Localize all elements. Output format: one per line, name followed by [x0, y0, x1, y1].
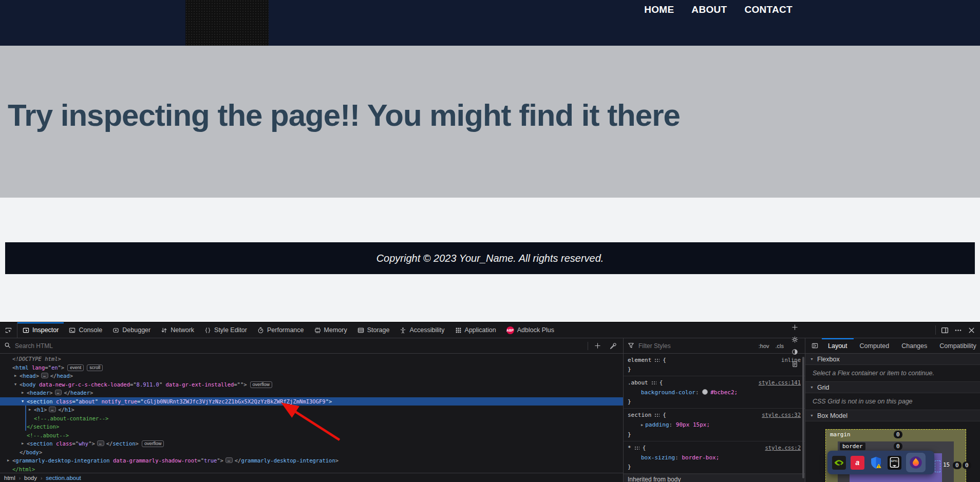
rule-selector[interactable]: .about [628, 378, 648, 388]
twisty-expanded-icon[interactable]: ▼ [20, 397, 26, 406]
devtools-tab-inspector[interactable]: Inspector [17, 322, 64, 338]
twisty-expanded-icon[interactable]: ▼ [12, 380, 18, 389]
sidebar-tab-changes[interactable]: Changes [895, 338, 933, 353]
close-button[interactable] [965, 323, 978, 337]
twisty-collapsed-icon[interactable]: ▶ [27, 406, 33, 414]
layout-section-box-model[interactable]: ▼Box Model [805, 410, 980, 421]
devtools-tab-network[interactable]: Network [156, 322, 199, 338]
markup-row-selected[interactable]: ▼<section class="about" notify_true="cGl… [0, 397, 623, 406]
markup-row[interactable]: ▶<header>…</header> [0, 389, 623, 397]
markup-row[interactable]: ▶<h1>…</h1> [0, 406, 623, 414]
markup-row[interactable]: <!--.about--> [0, 431, 623, 440]
markup-row[interactable]: <html lang="en">eventscroll [0, 363, 623, 372]
border-right-value[interactable]: 0 [953, 461, 962, 469]
margin-top-value[interactable]: 0 [894, 431, 902, 438]
pseudo-class-toggle[interactable]: :hov [757, 342, 771, 350]
color-swatch[interactable] [702, 389, 708, 395]
markup-row[interactable]: ▶<grammarly-desktop-integration data-gra… [0, 456, 623, 465]
devtools-tab-memory[interactable]: Memory [309, 322, 352, 338]
expand-shorthand-icon[interactable]: ▶ [641, 423, 643, 427]
expand-ellipsis-button[interactable]: … [41, 373, 48, 378]
selector-highlighter-icon[interactable] [654, 413, 659, 418]
devtools-tab-console[interactable]: Console [64, 322, 107, 338]
sidebar-tab-computed[interactable]: Computed [854, 338, 896, 353]
margin-right-value[interactable]: 0 [963, 461, 971, 469]
selector-highlighter-icon[interactable] [651, 380, 656, 385]
security-shield-icon[interactable] [869, 456, 883, 470]
twisty-collapsed-icon[interactable]: ▶ [20, 439, 26, 448]
dock-side-button[interactable] [938, 323, 951, 337]
rule-selector[interactable]: * [628, 443, 631, 453]
page-title: Try inspecting the page!! You might find… [8, 99, 972, 131]
layout-section-grid[interactable]: ▼Grid [805, 382, 980, 393]
badge-overflow[interactable]: overflow [142, 440, 164, 447]
rule-selector[interactable]: section [628, 410, 651, 420]
border-top-value[interactable]: 0 [894, 442, 902, 450]
property-value: 90px 15px; [676, 421, 710, 428]
search-html-input[interactable] [14, 342, 585, 350]
markup-token: > [49, 390, 52, 396]
twisty-collapsed-icon[interactable]: ▶ [12, 372, 18, 380]
breadcrumb-item-section-about[interactable]: section.about [46, 475, 81, 481]
stylesheet-location-link[interactable]: style.css:141 [759, 378, 801, 388]
flame-icon[interactable] [906, 453, 926, 472]
css-rule: element{inline} [624, 354, 805, 376]
sidebar-tab-compatibility[interactable]: Compatibility [933, 338, 980, 353]
light-theme-button[interactable] [788, 334, 801, 346]
devtools-tab-debugger[interactable]: Debugger [107, 322, 156, 338]
nav-link-home[interactable]: HOME [644, 4, 674, 15]
markup-row[interactable]: </body> [0, 448, 623, 457]
stylesheet-location-link[interactable]: style.css:32 [762, 410, 801, 420]
markup-row[interactable]: </html> [0, 465, 623, 473]
badge-scroll[interactable]: scroll [87, 364, 103, 371]
markup-row[interactable]: </section> [0, 422, 623, 431]
markup-row[interactable]: <!DOCTYPE html> [0, 355, 623, 363]
expand-ellipsis-button[interactable]: … [225, 457, 233, 463]
amd-radeon-icon[interactable]: a [851, 456, 864, 470]
markup-row[interactable]: ▼<body data-new-gr-c-s-check-loaded="8.9… [0, 380, 623, 389]
rule-selector[interactable]: element [628, 355, 651, 365]
class-toggle[interactable]: .cls [774, 342, 786, 350]
filter-styles-input[interactable] [637, 342, 686, 350]
meatball-menu-button[interactable] [951, 323, 965, 337]
eyedropper-button[interactable] [607, 340, 619, 352]
devtools-tab-storage[interactable]: Storage [352, 322, 395, 338]
devtools-tab-performance[interactable]: Performance [252, 322, 309, 338]
nvidia-icon[interactable] [832, 456, 846, 470]
selector-highlighter-icon[interactable] [654, 358, 659, 363]
selector-highlighter-icon[interactable] [634, 446, 639, 451]
badge-event[interactable]: event [67, 364, 84, 371]
devtools-tab-accessibility[interactable]: Accessibility [394, 322, 449, 338]
nav-link-about[interactable]: ABOUT [691, 4, 727, 15]
css-declaration[interactable]: background-color: #bcbec2; [628, 388, 801, 397]
breadcrumb-item-body[interactable]: body [24, 475, 37, 481]
expand-ellipsis-button[interactable]: … [49, 407, 56, 412]
site-logo-image[interactable] [185, 0, 269, 46]
devtools-tab-style-editor[interactable]: Style Editor [199, 322, 252, 338]
element-picker-button[interactable] [0, 322, 17, 338]
badge-overflow[interactable]: overflow [250, 381, 273, 388]
css-declaration[interactable]: ▶padding: 90px 15px; [628, 420, 801, 430]
create-node-button[interactable] [591, 340, 604, 352]
layout-section-flexbox[interactable]: ▼Flexbox [805, 354, 980, 365]
padding-right-value[interactable]: 15 [943, 461, 950, 468]
epic-games-icon[interactable]: EPIC [888, 456, 901, 470]
expand-ellipsis-button[interactable]: … [97, 440, 104, 446]
breadcrumb-item-html[interactable]: html [4, 475, 15, 481]
stylesheet-location-link[interactable]: style.css:2 [765, 443, 801, 453]
css-declaration[interactable]: box-sizing: border-box; [628, 453, 801, 462]
markup-row[interactable]: ▶<section class="why">…</section>overflo… [0, 439, 623, 448]
twisty-collapsed-icon[interactable]: ▶ [20, 389, 26, 397]
sidebar-tab-layout[interactable]: Layout [822, 338, 854, 353]
rules-scrollbar[interactable] [802, 357, 804, 478]
devtools-tab-application[interactable]: Application [450, 322, 501, 338]
nav-link-contact[interactable]: CONTACT [744, 4, 793, 15]
expand-ellipsis-button[interactable]: … [55, 390, 62, 395]
twisty-collapsed-icon[interactable]: ▶ [5, 456, 11, 465]
markup-row[interactable]: ▶<head>…</head> [0, 372, 623, 380]
add-rule-button[interactable] [788, 321, 801, 334]
search-html-field[interactable] [0, 340, 623, 352]
devtools-tab-adblock-plus[interactable]: ABPAdblock Plus [501, 322, 559, 338]
markup-row[interactable]: <!--.about-container--> [0, 414, 623, 423]
sidebar-toggle-icon[interactable] [808, 340, 821, 352]
